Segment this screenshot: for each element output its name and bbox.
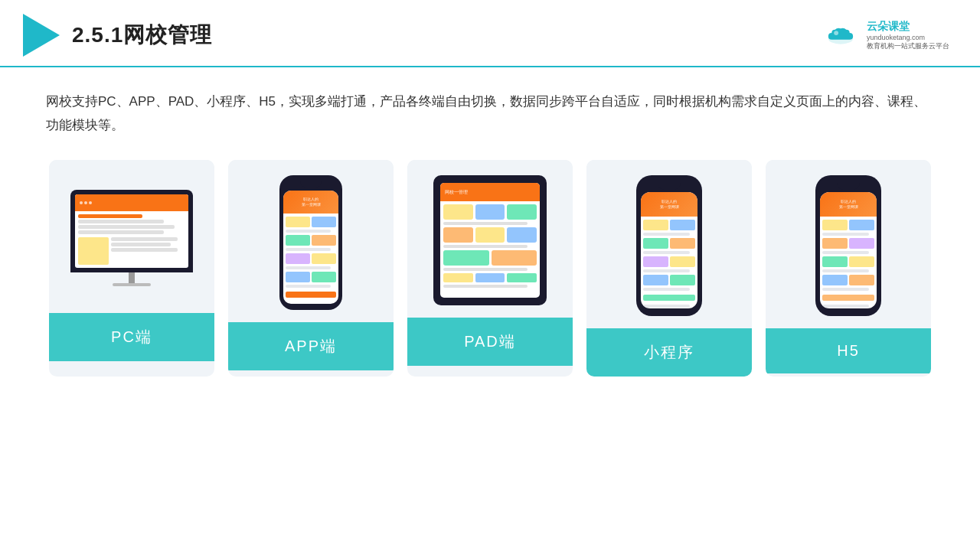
card-h5: 职达人的第一堂网课 bbox=[766, 160, 931, 377]
miniprogram-mockup: 职达人的第一堂网课 bbox=[636, 175, 702, 316]
page-header: 2.5.1网校管理 云朵课堂 yunduoketang.com 教育机构一站式服… bbox=[0, 0, 980, 67]
svg-point-1 bbox=[834, 31, 838, 35]
tablet-mockup: 网校一管理 bbox=[433, 175, 547, 305]
brand-tagline-1: 教育机构一站式服务云平台 bbox=[867, 41, 949, 51]
card-app: 职达人的第一堂网课 bbox=[228, 160, 394, 377]
card-app-label: APP端 bbox=[228, 322, 394, 370]
card-h5-label: H5 bbox=[766, 328, 931, 373]
card-pc-label: PC端 bbox=[49, 313, 214, 361]
card-pad-label: PAD端 bbox=[407, 318, 573, 366]
brand-url: yunduoketang.com bbox=[867, 34, 925, 41]
card-pc-image bbox=[49, 160, 214, 313]
card-miniprogram: 职达人的第一堂网课 bbox=[586, 160, 752, 377]
logo-triangle-icon bbox=[23, 14, 60, 57]
app-phone-mockup: 职达人的第一堂网课 bbox=[279, 175, 342, 310]
brand-name: 云朵课堂 bbox=[867, 20, 910, 34]
page-title: 2.5.1网校管理 bbox=[72, 21, 212, 50]
platform-cards: PC端 职达人的第一堂网课 bbox=[46, 160, 934, 377]
card-pc: PC端 bbox=[49, 160, 214, 377]
header-right: 云朵课堂 yunduoketang.com 教育机构一站式服务云平台 bbox=[824, 20, 949, 51]
h5-mockup: 职达人的第一堂网课 bbox=[815, 175, 881, 316]
card-h5-image: 职达人的第一堂网课 bbox=[766, 160, 931, 328]
pc-mockup bbox=[70, 190, 193, 286]
brand-info: 云朵课堂 yunduoketang.com 教育机构一站式服务云平台 bbox=[867, 20, 949, 51]
brand-cloud-icon bbox=[824, 24, 858, 47]
card-miniprogram-image: 职达人的第一堂网课 bbox=[586, 160, 752, 328]
card-app-image: 职达人的第一堂网课 bbox=[228, 160, 394, 322]
description-text: 网校支持PC、APP、PAD、小程序、H5，实现多端打通，产品各终端自由切换，数… bbox=[46, 90, 934, 137]
card-pad: 网校一管理 bbox=[407, 160, 573, 377]
main-content: 网校支持PC、APP、PAD、小程序、H5，实现多端打通，产品各终端自由切换，数… bbox=[0, 67, 980, 392]
card-miniprogram-label: 小程序 bbox=[586, 328, 752, 377]
header-left: 2.5.1网校管理 bbox=[23, 14, 212, 57]
card-pad-image: 网校一管理 bbox=[407, 160, 573, 318]
